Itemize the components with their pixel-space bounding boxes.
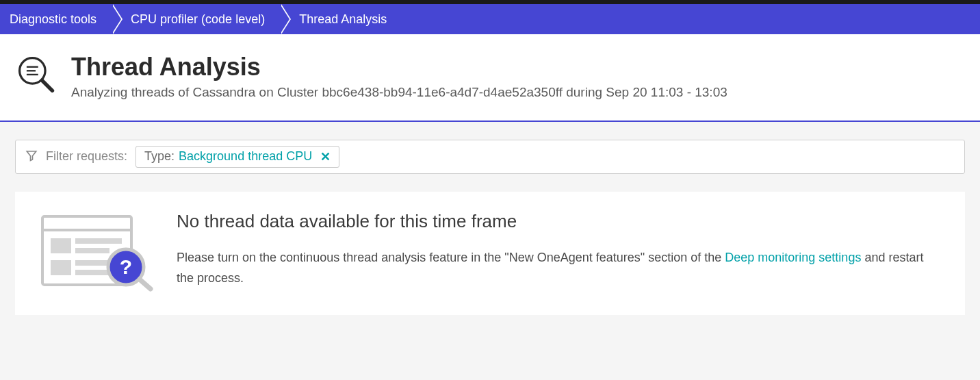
svg-text:?: ?: [120, 255, 132, 278]
breadcrumb-item-cpu-profiler[interactable]: CPU profiler (code level): [112, 4, 280, 34]
breadcrumb-item-thread-analysis[interactable]: Thread Analysis: [280, 4, 402, 34]
filter-label: Filter requests:: [46, 149, 127, 164]
page-title: Thread Analysis: [71, 53, 727, 81]
close-icon[interactable]: ✕: [320, 149, 331, 164]
filter-bar[interactable]: Filter requests: Type: Background thread…: [15, 140, 965, 174]
svg-marker-5: [27, 151, 36, 161]
breadcrumb: Diagnostic tools CPU profiler (code leve…: [0, 4, 980, 34]
breadcrumb-item-diagnostic-tools[interactable]: Diagnostic tools: [0, 4, 112, 34]
breadcrumb-label: Thread Analysis: [299, 12, 387, 27]
breadcrumb-label: Diagnostic tools: [10, 12, 96, 27]
empty-state-title: No thread data available for this time f…: [177, 211, 943, 232]
svg-line-15: [140, 279, 151, 289]
svg-rect-11: [51, 260, 71, 275]
filter-chip[interactable]: Type: Background thread CPU ✕: [136, 146, 339, 168]
svg-line-1: [42, 80, 52, 90]
empty-state-text: No thread data available for this time f…: [177, 211, 943, 289]
filter-chip-value: Background thread CPU: [179, 149, 312, 164]
empty-state-body: Please turn on the continuous thread ana…: [177, 247, 943, 289]
empty-state-panel: ? No thread data available for this time…: [15, 192, 965, 315]
filter-icon: [25, 149, 38, 164]
svg-rect-9: [75, 238, 122, 244]
deep-monitoring-link[interactable]: Deep monitoring settings: [725, 251, 861, 264]
svg-rect-10: [75, 248, 109, 253]
analysis-icon: [15, 53, 56, 97]
header-text: Thread Analysis Analyzing threads of Cas…: [71, 53, 727, 100]
breadcrumb-label: CPU profiler (code level): [131, 12, 265, 27]
svg-rect-13: [75, 270, 109, 275]
content-area: Filter requests: Type: Background thread…: [0, 122, 980, 333]
filter-chip-key: Type:: [144, 149, 175, 164]
empty-state-icon: ?: [37, 211, 153, 296]
svg-rect-8: [51, 238, 71, 253]
page-subtitle: Analyzing threads of Cassandra on Cluste…: [71, 85, 727, 100]
body-before: Please turn on the continuous thread ana…: [177, 251, 725, 264]
page-header: Thread Analysis Analyzing threads of Cas…: [0, 34, 980, 122]
